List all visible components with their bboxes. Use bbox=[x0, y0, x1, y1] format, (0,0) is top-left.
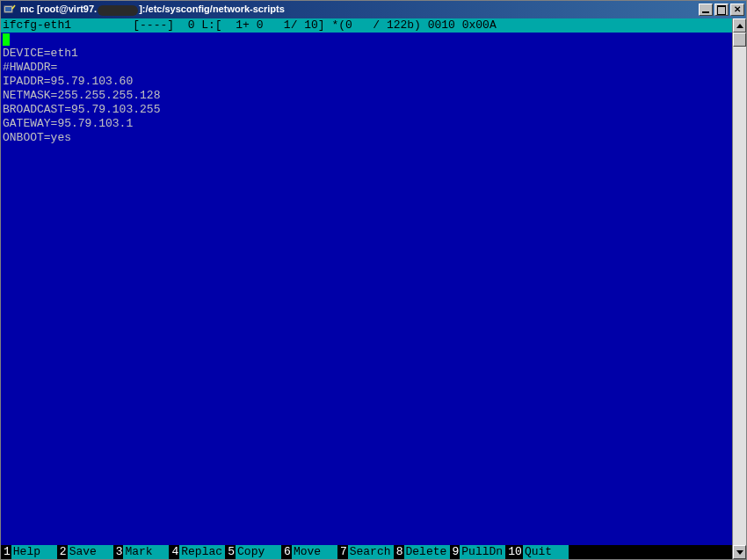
fn-number: 10 bbox=[505, 545, 523, 559]
window-titlebar[interactable]: mc [root@virt97.]:/etc/sysconfig/network… bbox=[1, 1, 746, 18]
terminal-window: mc [root@virt97.]:/etc/sysconfig/network… bbox=[0, 0, 747, 560]
fn-label: PullDn bbox=[460, 545, 505, 559]
window-title: mc [root@virt97.]:/etc/sysconfig/network… bbox=[20, 4, 699, 15]
window-controls bbox=[699, 4, 744, 16]
scroll-down-button[interactable] bbox=[733, 545, 746, 559]
file-line: #HWADDR= bbox=[3, 61, 57, 74]
fn-mark[interactable]: 3Mark bbox=[113, 545, 170, 559]
fn-label: Copy bbox=[236, 545, 281, 559]
fn-label: Save bbox=[68, 545, 113, 559]
title-prefix: mc [root@virt97. bbox=[20, 4, 97, 14]
fn-number: 7 bbox=[337, 545, 348, 559]
file-line: ONBOOT=yes bbox=[3, 131, 71, 144]
fn-label: Search bbox=[348, 545, 394, 559]
fn-number: 6 bbox=[281, 545, 292, 559]
obscured-hostname bbox=[98, 5, 138, 16]
fn-copy[interactable]: 5Copy bbox=[225, 545, 281, 559]
fn-label: Delete bbox=[404, 545, 450, 559]
fn-help[interactable]: 1Help bbox=[1, 545, 57, 559]
fn-number: 9 bbox=[450, 545, 461, 559]
fn-delete[interactable]: 8Delete bbox=[394, 545, 450, 559]
minimize-button[interactable] bbox=[699, 4, 713, 16]
title-suffix: ]:/etc/sysconfig/network-scripts bbox=[139, 4, 285, 14]
fn-label: Mark bbox=[123, 545, 169, 559]
fn-pulldn[interactable]: 9PullDn bbox=[450, 545, 506, 559]
text-cursor bbox=[3, 33, 10, 46]
fn-number: 4 bbox=[169, 545, 179, 559]
terminal-main: ifcfg-eth1 [----] 0 L:[ 1+ 0 1/ 10] *(0 … bbox=[1, 18, 746, 559]
fn-number: 3 bbox=[113, 545, 124, 559]
file-line: DEVICE=eth1 bbox=[3, 47, 78, 60]
fn-number: 2 bbox=[57, 545, 68, 559]
svg-rect-1 bbox=[5, 7, 11, 11]
status-info: [----] 0 L:[ 1+ 0 1/ 10] *(0 / 122b) 001… bbox=[133, 18, 496, 32]
fn-label: Replac bbox=[179, 545, 225, 559]
fn-replace[interactable]: 4Replac bbox=[169, 545, 225, 559]
scrollbar-track[interactable] bbox=[733, 33, 746, 545]
fn-save[interactable]: 2Save bbox=[57, 545, 113, 559]
file-line: IPADDR=95.79.103.60 bbox=[3, 75, 133, 88]
file-line: NETMASK=255.255.255.128 bbox=[3, 89, 160, 102]
fn-search[interactable]: 7Search bbox=[337, 545, 394, 559]
close-button[interactable] bbox=[730, 4, 744, 16]
status-filename: ifcfg-eth1 bbox=[3, 18, 71, 32]
fn-number: 1 bbox=[1, 545, 11, 559]
editor-status-line: ifcfg-eth1 [----] 0 L:[ 1+ 0 1/ 10] *(0 … bbox=[1, 18, 732, 33]
fn-number: 5 bbox=[225, 545, 236, 559]
file-line: BROADCAST=95.79.103.255 bbox=[3, 103, 160, 116]
editor-body[interactable]: DEVICE=eth1 #HWADDR= IPADDR=95.79.103.60… bbox=[1, 33, 732, 545]
putty-icon bbox=[3, 3, 17, 17]
function-key-bar: 1Help 2Save 3Mark 4Replac 5Copy 6Move 7S… bbox=[1, 545, 732, 559]
maximize-button[interactable] bbox=[714, 4, 729, 16]
fn-label: Quit bbox=[523, 545, 569, 559]
file-line: GATEWAY=95.79.103.1 bbox=[3, 117, 133, 130]
fn-label: Move bbox=[292, 545, 337, 559]
fn-move[interactable]: 6Move bbox=[281, 545, 337, 559]
vertical-scrollbar[interactable] bbox=[732, 18, 746, 559]
terminal-content[interactable]: ifcfg-eth1 [----] 0 L:[ 1+ 0 1/ 10] *(0 … bbox=[1, 18, 732, 559]
fn-label: Help bbox=[11, 545, 57, 559]
scrollbar-thumb[interactable] bbox=[733, 33, 746, 47]
fn-number: 8 bbox=[394, 545, 404, 559]
fn-quit[interactable]: 10Quit bbox=[505, 545, 569, 559]
scroll-up-button[interactable] bbox=[733, 18, 746, 33]
